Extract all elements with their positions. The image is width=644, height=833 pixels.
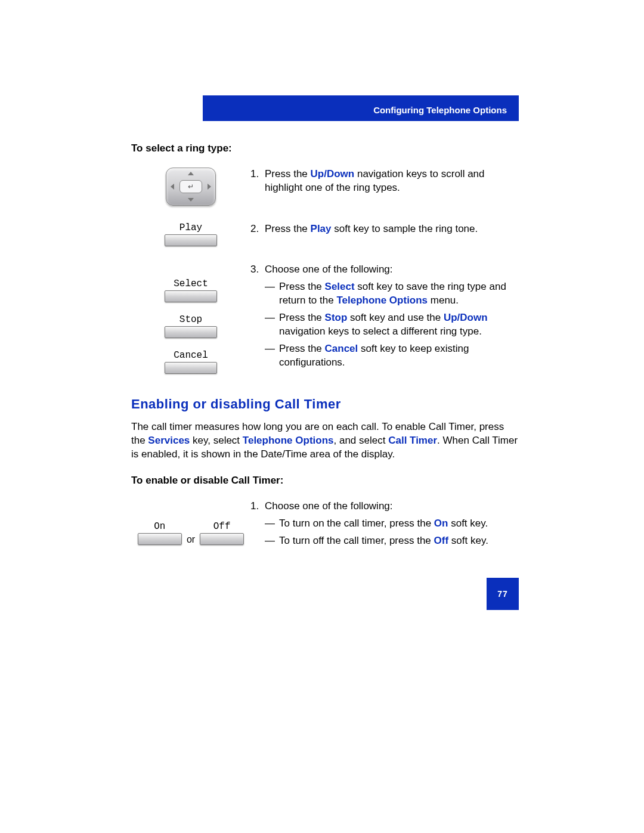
off-softkey-icon: Off (200, 521, 244, 545)
option-cancel-text: Press the Cancel soft key to keep existi… (279, 342, 519, 370)
step-1-text: Press the Up/Down navigation keys to scr… (265, 168, 519, 195)
dash-icon: — (265, 311, 279, 339)
cancel-emphasis: Cancel (325, 343, 358, 354)
dash-icon: — (265, 342, 279, 370)
call-timer-paragraph: The call timer measures how long you are… (131, 420, 519, 462)
updown-emphasis: Up/Down (444, 312, 488, 323)
page-header: Configuring Telephone Options (203, 95, 519, 121)
header-title: Configuring Telephone Options (373, 105, 507, 115)
step-3-row: Select Stop Cancel 3. Choose one of the … (131, 263, 519, 374)
page-number: 77 (487, 578, 519, 610)
step-number: 3. (250, 263, 265, 277)
section-call-timer-heading: Enabling or disabling Call Timer (131, 397, 519, 412)
cancel-softkey-icon: Cancel (165, 350, 217, 374)
on-off-softkeys: On or Off (138, 521, 244, 545)
services-emphasis: Services (148, 435, 190, 446)
document-page: Configuring Telephone Options To select … (0, 0, 644, 682)
call-timer-step-intro: Choose one of the following: (265, 500, 393, 513)
dash-icon: — (265, 534, 279, 548)
cancel-softkey-label: Cancel (174, 350, 208, 361)
stop-emphasis: Stop (325, 312, 348, 323)
navigation-key-icon: ↵ (166, 168, 216, 206)
section-ring-type-label: To select a ring type: (131, 143, 519, 154)
option-select-text: Press the Select soft key to save the ri… (279, 280, 519, 308)
step-number: 2. (250, 222, 265, 236)
off-softkey-label: Off (213, 521, 231, 532)
dash-icon: — (265, 280, 279, 308)
call-timer-emphasis: Call Timer (388, 435, 437, 446)
on-emphasis: On (434, 518, 448, 529)
telephone-options-emphasis: Telephone Options (336, 295, 428, 306)
updown-emphasis: Up/Down (311, 168, 355, 179)
off-emphasis: Off (434, 535, 449, 546)
play-softkey-label: Play (179, 222, 202, 233)
on-softkey-icon: On (138, 521, 182, 545)
step-3-intro: Choose one of the following: (265, 263, 393, 277)
select-softkey-label: Select (174, 278, 208, 289)
option-stop-text: Press the Stop soft key and use the Up/D… (279, 311, 519, 339)
or-separator: or (187, 534, 195, 545)
play-emphasis: Play (311, 223, 332, 234)
stop-softkey-label: Stop (179, 314, 202, 325)
select-softkey-icon: Select (165, 278, 217, 302)
select-emphasis: Select (325, 281, 355, 292)
stop-softkey-icon: Stop (165, 314, 217, 338)
step-2-row: Play 2. Press the Play soft key to sampl… (131, 222, 519, 246)
step-2-text: Press the Play soft key to sample the ri… (265, 222, 478, 236)
step-1-row: ↵ 1. Press the Up/Down navigation keys t… (131, 168, 519, 206)
step-number: 1. (250, 168, 265, 195)
play-softkey-icon: Play (165, 222, 217, 246)
option-off-text: To turn off the call timer, press the Of… (279, 534, 488, 548)
call-timer-step-row: On or Off 1. Choose one of the following… (131, 500, 519, 548)
option-on-text: To turn on the call timer, press the On … (279, 517, 488, 531)
telephone-options-emphasis: Telephone Options (243, 435, 334, 446)
section-enable-disable-label: To enable or disable Call Timer: (131, 475, 519, 487)
dash-icon: — (265, 517, 279, 531)
step-number: 1. (250, 500, 265, 513)
on-softkey-label: On (154, 521, 165, 532)
